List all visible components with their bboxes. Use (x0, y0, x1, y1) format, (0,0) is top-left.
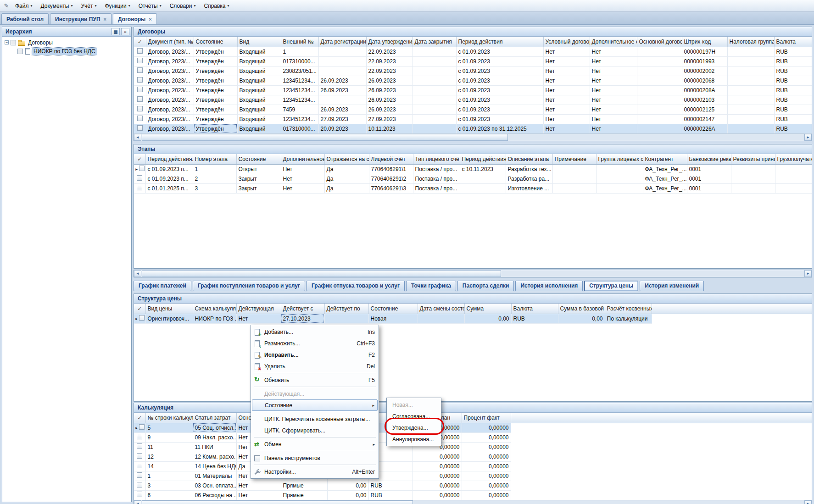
tree-checkbox[interactable] (17, 49, 23, 54)
row-checkbox[interactable] (137, 175, 142, 181)
subtab[interactable]: Паспорта сделки (457, 281, 514, 291)
column-header[interactable]: Схема калькуляци (193, 304, 236, 314)
column-header[interactable]: Действующая (236, 304, 281, 314)
subtab[interactable]: График поступления товаров и услуг (193, 281, 305, 291)
scroll-track[interactable] (413, 500, 804, 504)
row-checkbox[interactable] (137, 492, 142, 497)
column-header[interactable]: Грузополучатель (775, 154, 812, 164)
scroll-track[interactable] (508, 134, 804, 141)
context-menu-item[interactable]: Состояние▸ (252, 399, 378, 411)
menubar-item[interactable]: Справка▾ (200, 1, 233, 11)
column-header[interactable]: Период действия (456, 37, 543, 47)
menubar-item[interactable]: Словари▾ (166, 1, 200, 11)
column-header[interactable]: Контрагент (643, 154, 687, 164)
row-checkbox[interactable] (139, 315, 145, 321)
row-checkbox[interactable] (137, 116, 143, 121)
calculation-horizontal-scrollbar[interactable]: ◄ ► (134, 500, 812, 504)
scroll-track[interactable] (502, 270, 804, 277)
menubar-item[interactable]: Документы▾ (37, 1, 77, 11)
column-header[interactable]: Налоговая группа (727, 37, 774, 47)
row-checkbox[interactable] (137, 96, 143, 102)
table-row[interactable]: 1212 Комм. расхо...Нет0,000000,00000 (134, 452, 812, 461)
column-header[interactable]: ✓ (134, 413, 145, 423)
table-row[interactable]: Договор, 2023/...УтверждёнВходящий123451… (134, 76, 812, 85)
context-submenu-item[interactable]: Аннулирована... (388, 433, 440, 445)
column-header[interactable]: Банковские рекви (687, 154, 731, 164)
table-row[interactable]: Договор, 2023/...УтверждёнВходящий745926… (134, 105, 812, 114)
context-menu-item[interactable]: ОбновитьF5 (252, 374, 378, 386)
row-checkbox[interactable] (137, 67, 143, 73)
row-checkbox[interactable] (137, 453, 142, 459)
column-header[interactable]: Статья затрат (193, 413, 236, 423)
close-icon[interactable]: × (149, 17, 151, 22)
scroll-right-icon[interactable]: ► (804, 134, 812, 141)
column-header[interactable]: Штрих-код (682, 37, 727, 47)
column-header[interactable]: Тип лицевого счёт (413, 154, 460, 164)
expand-collapse-icon[interactable]: − (5, 40, 9, 44)
table-row[interactable]: 606 Расходы на ...НетПрямые0,00RUB0,0000… (134, 490, 812, 500)
column-header[interactable]: Валюта (511, 304, 558, 314)
column-header[interactable]: Состояние (236, 154, 281, 164)
tree-checkbox[interactable] (11, 40, 16, 45)
column-header[interactable]: ✓ (134, 154, 145, 164)
row-checkbox[interactable] (137, 463, 142, 468)
menubar-item[interactable]: Функции▾ (100, 1, 134, 11)
scroll-right-icon[interactable]: ► (804, 270, 812, 277)
table-row[interactable]: Договор, 2023/...УтверждёнВходящий230823… (134, 66, 812, 76)
menubar-item[interactable]: Файл▾ (11, 1, 37, 11)
row-checkbox[interactable] (139, 166, 145, 171)
context-menu-item[interactable]: ЦИТК. Пересчитать косвенные затраты... (252, 413, 378, 425)
scroll-left-icon[interactable]: ◄ (134, 134, 141, 141)
subtab[interactable]: График платежей (134, 281, 191, 291)
row-checkbox[interactable] (137, 482, 142, 487)
column-header[interactable]: Дата утверждения (366, 37, 413, 47)
column-header[interactable]: Основной договор (637, 37, 682, 47)
context-menu-item[interactable]: ЦИТК. Сформировать... (252, 425, 378, 436)
row-checkbox[interactable] (137, 185, 142, 190)
table-row[interactable]: Договор, 2023/...УтверждёнВходящий017310… (134, 124, 812, 133)
table-row[interactable]: 909 Накл. расхо...Нет0,000000,00000 (134, 432, 812, 442)
row-checkbox[interactable] (137, 434, 142, 439)
table-row[interactable]: 1111 ПКИНет0,000000,00000 (134, 442, 812, 452)
scroll-thumb[interactable] (142, 270, 501, 277)
column-header[interactable]: Вид (237, 37, 281, 47)
context-menu-item[interactable]: УдалитьDel (252, 360, 378, 372)
table-row[interactable]: 1414 Цена без НДСДа0,000000,00000 (134, 461, 812, 471)
close-icon[interactable]: × (104, 17, 106, 22)
tree-item[interactable]: НИОКР по ГОЗ без НДС (3, 47, 130, 55)
column-header[interactable]: Номер этапа (193, 154, 236, 164)
context-submenu-item[interactable]: Согласована... (388, 410, 440, 422)
column-header[interactable]: Сумма в базовой в (558, 304, 605, 314)
column-header[interactable]: Валюта (774, 37, 812, 47)
column-header[interactable]: Дата закрытия (413, 37, 456, 47)
context-menu-item[interactable]: Добавить...Ins (252, 326, 378, 338)
subtab[interactable]: Точки графика (406, 281, 456, 291)
column-header[interactable]: Дополнительное с (281, 154, 324, 164)
context-menu-item[interactable]: Размножить...Ctrl+F3 (252, 338, 378, 349)
collapse-panel-icon[interactable]: « (121, 28, 129, 35)
row-checkbox[interactable] (137, 58, 143, 63)
row-checkbox[interactable] (137, 48, 143, 54)
column-header[interactable]: Внешний № (281, 37, 318, 47)
column-header[interactable]: Описание этапа (506, 154, 552, 164)
tree-item[interactable]: −Договоры (3, 38, 130, 47)
column-header[interactable]: Реквизиты принад (731, 154, 775, 164)
row-checkbox[interactable] (137, 87, 143, 92)
context-menu-item[interactable]: Обмен▸ (252, 438, 378, 450)
column-header[interactable]: Состояние (194, 37, 237, 47)
row-checkbox[interactable] (137, 77, 143, 83)
table-row[interactable]: с 01.09.2023 п...2ЗакрытНетДа7706406291\… (134, 174, 812, 183)
context-menu-item[interactable]: Настройки...Alt+Enter (252, 466, 378, 477)
column-header[interactable]: ✓ (134, 37, 146, 47)
table-row[interactable]: 101 МатериалыНет0,000000,00000 (134, 471, 812, 481)
column-header[interactable]: Дополнительное с (590, 37, 637, 47)
column-header[interactable]: № строки калькул (145, 413, 193, 423)
table-row[interactable]: Договор, 2023/...УтверждёнВходящий123451… (134, 114, 812, 124)
column-header[interactable]: Вид цены (145, 304, 193, 314)
menubar-item[interactable]: Отчёты▾ (134, 1, 166, 11)
tab[interactable]: Договоры× (113, 13, 157, 24)
context-submenu-item[interactable]: Утверждена... (388, 422, 440, 433)
subtab[interactable]: История изменений (640, 281, 704, 291)
row-checkbox[interactable] (139, 424, 145, 430)
table-row[interactable]: Договор, 2023/...УтверждёнВходящий017310… (134, 56, 812, 66)
